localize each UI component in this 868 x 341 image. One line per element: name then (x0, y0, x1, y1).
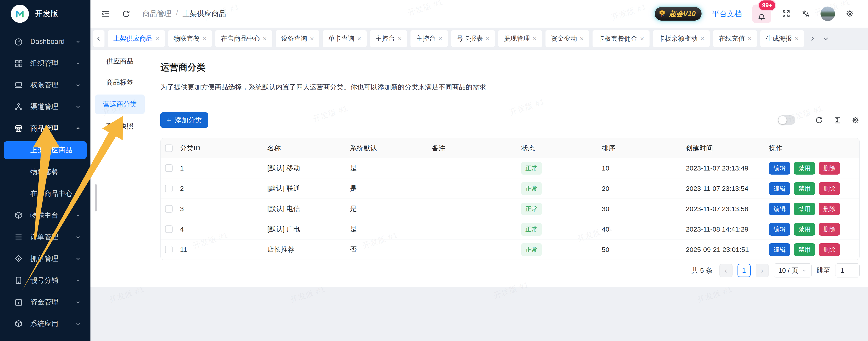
close-icon[interactable]: × (486, 35, 490, 42)
close-icon[interactable]: × (263, 35, 267, 42)
toggle-switch[interactable] (778, 115, 796, 125)
pagination-next-button[interactable]: › (755, 264, 769, 277)
table-row: 2 [默认] 联通 是 正常 20 2023-11-07 23:13:54 编辑… (161, 178, 859, 198)
tab-listed-supply-goods[interactable]: 上架供应商品× (108, 30, 165, 47)
delete-button[interactable]: 删除 (819, 223, 840, 236)
table-header-row: 分类ID 名称 系统默认 备注 状态 排序 创建时间 操作 (161, 138, 859, 158)
sidebar-subitem-listed-supply-goods[interactable]: 上架供应商品 (4, 141, 87, 159)
close-icon[interactable]: × (438, 35, 442, 42)
app-version-label: 开发版 (35, 9, 59, 19)
delete-button[interactable]: 删除 (819, 243, 840, 256)
scrollbar-thumb[interactable] (95, 184, 97, 211)
notifications-button[interactable]: 99+ (752, 4, 771, 23)
tab-single-card-query[interactable]: 单卡查询× (323, 30, 367, 47)
menu-fold-icon[interactable] (101, 9, 110, 18)
close-icon[interactable]: × (310, 35, 314, 42)
tabs-dropdown-button[interactable] (821, 34, 831, 44)
tab-device-query[interactable]: 设备查询× (276, 30, 319, 47)
pagination-prev-button[interactable]: ‹ (719, 264, 733, 277)
settings-gear-icon[interactable] (845, 9, 855, 18)
edit-button[interactable]: 编辑 (769, 223, 790, 236)
row-checkbox[interactable] (165, 246, 173, 253)
close-icon[interactable]: × (533, 35, 537, 42)
tab-iot-package[interactable]: 物联套餐× (168, 30, 212, 47)
edit-button[interactable]: 编辑 (769, 162, 790, 175)
row-checkbox[interactable] (165, 164, 173, 172)
sidebar-item-grab-orders[interactable]: 抓单管理 (0, 248, 90, 270)
sidebar-item-goods[interactable]: 商品管理 (0, 118, 90, 139)
close-icon[interactable]: × (398, 35, 402, 42)
sidebar-item-system-apps[interactable]: 系统应用 (0, 313, 90, 335)
disable-button[interactable]: 禁用 (794, 223, 815, 236)
disable-button[interactable]: 禁用 (794, 162, 815, 175)
submenu-item-operator-category[interactable]: 营运商分类 (95, 95, 145, 114)
disable-button[interactable]: 禁用 (794, 203, 815, 215)
submenu-item-goods-tags[interactable]: 商品标签 (90, 75, 149, 89)
edit-button[interactable]: 编辑 (769, 203, 790, 215)
close-icon[interactable]: × (580, 35, 584, 42)
edit-button[interactable]: 编辑 (769, 243, 790, 256)
row-checkbox[interactable] (165, 225, 173, 233)
pagination-page-1[interactable]: 1 (738, 264, 751, 277)
tab-card-balance-changes[interactable]: 卡板余额变动× (653, 30, 710, 47)
row-height-icon[interactable] (833, 116, 841, 124)
sidebar-item-permission[interactable]: 权限管理 (0, 74, 90, 96)
tab-generate-poster[interactable]: 生成海报× (761, 30, 804, 47)
sidebar-item-funds[interactable]: 资金管理 (0, 291, 90, 313)
translate-icon[interactable] (801, 9, 810, 18)
delete-button[interactable]: 删除 (819, 203, 840, 215)
sidebar-subitem-iot-package[interactable]: 物联套餐 (0, 161, 90, 183)
tab-console-1[interactable]: 主控台× (370, 30, 407, 47)
submenu-item-goods-snapshot[interactable]: 商品快照 (90, 119, 149, 133)
dashboard-icon (14, 37, 23, 46)
platform-docs-link[interactable]: 平台文档 (712, 9, 742, 19)
chevron-down-icon (74, 255, 82, 262)
vip-badge[interactable]: 超会V10 (655, 7, 702, 21)
submenu-item-supply-goods[interactable]: 供应商品 (90, 54, 149, 68)
close-icon[interactable]: × (795, 35, 799, 42)
close-icon[interactable]: × (357, 35, 361, 42)
tab-fund-changes[interactable]: 资金变动× (546, 30, 589, 47)
close-icon[interactable]: × (203, 35, 207, 42)
sidebar-item-number-distribution[interactable]: 靓号分销 (0, 270, 90, 291)
sidebar-item-iot-platform[interactable]: 物联中台 (0, 205, 90, 226)
fullscreen-icon[interactable] (782, 9, 790, 18)
page-size-select[interactable]: 10 / 页 (774, 264, 812, 277)
tab-console-2[interactable]: 主控台× (410, 30, 448, 47)
sidebar-nav: Dashboard 组织管理 权限管理 渠道管理 商品管理 上架供应商品 物联套… (0, 31, 90, 335)
delete-button[interactable]: 删除 (819, 162, 840, 175)
chevron-down-icon (74, 299, 82, 306)
tab-card-package-commission[interactable]: 卡板套餐佣金× (592, 30, 650, 47)
tabs-scroll-left-button[interactable] (93, 30, 104, 47)
tab-withdraw-management[interactable]: 提现管理× (498, 30, 542, 47)
sidebar-subitem-onsale-center[interactable]: 在售商品中心 (0, 183, 90, 205)
tabs-scroll-right-button[interactable] (807, 34, 817, 44)
disable-button[interactable]: 禁用 (794, 182, 815, 195)
close-icon[interactable]: × (155, 35, 159, 42)
tab-onsale-center[interactable]: 在售商品中心× (215, 30, 272, 47)
close-icon[interactable]: × (701, 35, 705, 42)
close-icon[interactable]: × (640, 35, 644, 42)
sidebar-item-organization[interactable]: 组织管理 (0, 53, 90, 74)
select-all-checkbox[interactable] (165, 145, 173, 152)
refresh-icon[interactable] (815, 116, 824, 124)
row-checkbox[interactable] (165, 205, 173, 213)
sidebar-item-channel[interactable]: 渠道管理 (0, 96, 90, 118)
user-avatar[interactable] (820, 6, 835, 21)
sidebar-item-dashboard[interactable]: Dashboard (0, 31, 90, 53)
content-panel: 运营商分类 为了提供更加方便商品选择，系统默认内置了四大运营商分类。你也可以添加… (149, 50, 868, 287)
tab-online-recharge[interactable]: 在线充值× (713, 30, 757, 47)
tab-number-card-report[interactable]: 号卡报表× (451, 30, 495, 47)
breadcrumb-parent[interactable]: 商品管理 (143, 9, 172, 19)
column-settings-gear-icon[interactable] (851, 116, 860, 124)
delete-button[interactable]: 删除 (819, 182, 840, 195)
refresh-icon[interactable] (122, 9, 131, 18)
close-icon[interactable]: × (747, 35, 751, 42)
row-checkbox[interactable] (165, 185, 173, 192)
add-category-button[interactable]: + 添加分类 (160, 113, 208, 128)
jump-to-input[interactable] (835, 264, 860, 277)
disable-button[interactable]: 禁用 (794, 243, 815, 256)
edit-button[interactable]: 编辑 (769, 182, 790, 195)
status-badge: 正常 (521, 203, 541, 215)
sidebar-item-orders[interactable]: 订单管理 (0, 226, 90, 248)
